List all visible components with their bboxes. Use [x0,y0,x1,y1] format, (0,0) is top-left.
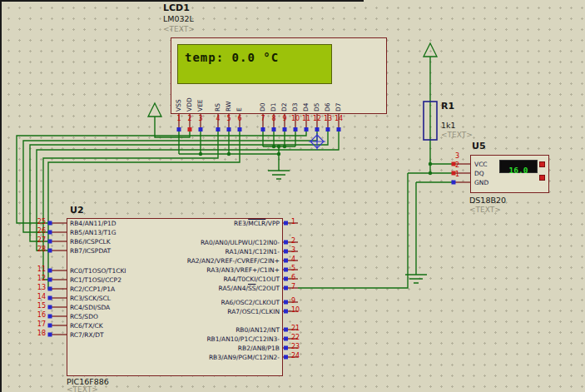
pin-state-indicator [284,221,288,226]
pin-state-indicator [326,127,330,131]
mcu-pin-label: RA4/T0CKI/C1OUT [72,275,280,283]
mcu-pin-number: 14 [33,294,46,300]
pin-state-indicator [48,231,52,235]
lcd-pin-name: D5 [313,83,320,112]
pin-state-indicator [284,286,288,290]
power-terminal-icon[interactable] [148,103,161,117]
resistor-text-tag[interactable]: <TEXT> [441,131,473,139]
lcd-pin-name: RS [214,83,221,112]
mcu-pin-number: 9 [291,298,305,305]
ground-icon[interactable] [405,275,427,283]
mcu-pin-label: RB0/AN12/INT [72,326,280,334]
lcd-pin-name: E [235,83,243,112]
lcd-text-tag[interactable]: <TEXT> [163,26,195,33]
sensor-temperature-display: 16.0 [499,160,538,173]
mcu-pin-number: 27 [33,237,46,244]
mcu-pin-number: 4 [291,256,305,263]
mcu-pin-number: 10 [291,307,305,314]
pin-state-indicator [284,277,288,281]
mcu-text-tag[interactable]: <TEXT> [67,386,98,392]
pin-state-indicator [452,181,456,185]
crosshair-marker-icon [309,133,325,150]
lcd-pin-name: VDD [186,83,193,112]
sensor-text-tag[interactable]: <TEXT> [469,206,501,214]
sensor-temp-up-button[interactable] [539,161,545,167]
pin-state-indicator [216,127,221,131]
mcu-pin-label: RE3/MCLR/VPP [72,220,280,227]
pin-state-indicator [284,268,288,272]
lcd-part-label[interactable]: LM032L [163,15,194,23]
mcu-pin-number: 18 [33,330,46,337]
pin-state-indicator [294,127,298,131]
mcu-ref-label[interactable]: U2 [70,206,84,215]
pin-state-indicator [284,337,288,341]
pin-state-indicator [48,287,52,291]
sensor-pin-number: 3 [455,153,465,160]
schematic-canvas[interactable]: LCD1 LM032L <TEXT> temp: 0.0 °C U2 PIC16… [0,0,585,392]
pin-state-indicator [284,346,288,350]
sensor-temperature-value: 16.0 [509,166,528,175]
wire-dq-ra5[interactable] [298,173,454,288]
lcd-pin-name: D0 [259,83,266,112]
mcu-pin-number: 15 [33,303,46,310]
mcu-pin-label: RA7/OSC1/CLKIN [72,308,280,315]
lcd-pin-name: D4 [302,83,310,112]
lcd-pin-name: VSS [175,83,182,112]
pin-state-indicator [284,355,288,360]
sensor-pin-name: GND [474,179,488,186]
ground-icon[interactable] [268,171,290,179]
lcd-pin-number: 14 [332,116,345,122]
lcd-pin-name: VEE [196,83,204,112]
pin-state-indicator [261,127,265,131]
mcu-pin-number: 16 [33,312,46,319]
pin-state-indicator [284,328,288,332]
pin-state-indicator [188,127,192,131]
mcu-pin-number: 25 [33,219,46,226]
mcu-pin-label: RA2/AN2/VREF-/CVREF/C2IN+ [72,257,280,265]
mcu-pin-number: 21 [291,325,305,332]
lcd-ref-label[interactable]: LCD1 [163,3,190,12]
pin-state-indicator [48,240,52,244]
pin-state-indicator [284,300,288,305]
wire-junction [272,145,275,148]
lcd-pin-number: 6 [233,116,246,122]
sensor-ref-label[interactable]: U5 [472,141,486,151]
mcu-pin-label: RA3/AN3/VREF+/C1IN+ [72,266,280,274]
pin-state-indicator [284,241,288,245]
mcu-pin-number: 11 [33,266,46,273]
pin-state-indicator [284,250,288,254]
pin-state-indicator [199,127,203,131]
lcd-screen-text: temp: 0.0 °C [185,51,279,64]
wire-junction [227,152,231,156]
lcd-pin-name: D2 [280,83,288,112]
lcd-pin-name: D6 [324,83,331,112]
mcu-pin-number: 17 [33,321,46,328]
pin-state-indicator [227,127,231,131]
wire-sensor-gnd[interactable] [416,182,454,275]
resistor-value-label[interactable]: 1k1 [441,122,456,130]
power-terminal-icon[interactable] [424,43,437,57]
wire-power-pullup[interactable] [430,57,454,173]
mcu-pin-label: RA1/AN1/C12IN1- [72,248,280,256]
mcu-pin-number: 1 [291,219,305,226]
wire-junction [283,145,286,148]
mcu-pin-number: 6 [291,275,305,281]
wire-lcd-ground-bus[interactable] [179,131,295,171]
wire-junction [429,171,432,175]
mcu-pin-number: 12 [33,275,46,282]
pin-state-indicator [283,127,287,131]
lcd-pin-number: 3 [194,116,207,122]
lcd-pin-name: D1 [270,83,277,112]
sheet-border-left [0,0,2,392]
pin-state-indicator [177,127,181,131]
mcu-pin-number: 5 [291,265,305,272]
sheet-border-top [0,0,364,2]
pin-state-indicator [284,310,288,314]
lcd-pin-name: RW [225,83,232,112]
pin-state-indicator [238,127,242,131]
resistor-ref-label[interactable]: R1 [441,102,454,111]
pin-state-indicator [48,278,52,282]
wire-junction [277,145,280,148]
sensor-part-label[interactable]: DS18B20 [469,196,506,205]
sensor-temp-down-button[interactable] [539,175,545,181]
